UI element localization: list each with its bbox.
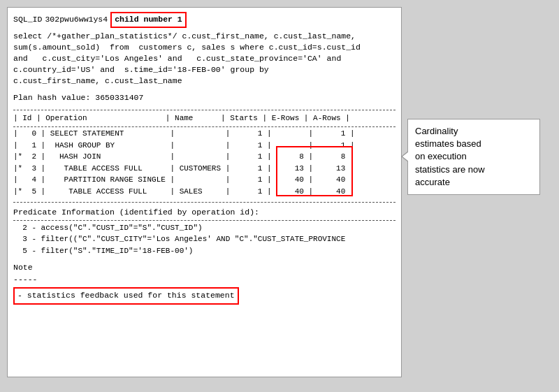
sql-id-label: SQL_ID [13,14,42,26]
callout-line4: statistics are now [415,164,485,175]
plan-rows-wrapper: | 0 | SELECT STATEMENT | | 1 | | 1 | | 1… [13,128,354,200]
separator-2 [13,126,395,127]
predicate-lines: 2 - access("C"."CUST_ID"="S"."CUST_ID") … [13,222,395,257]
sql-id-value: 302pwu6ww1ys4 [45,14,108,26]
separator-3 [13,202,395,203]
plan-rows: | 0 | SELECT STATEMENT | | 1 | | 1 | | 1… [13,128,354,197]
callout-line1: Cardinality [415,126,458,136]
callout-container: Cardinality estimates based on execution… [407,119,547,195]
sql-query: select /*+gather_plan_statistics*/ c.cus… [13,31,395,87]
plan-hash: Plan hash value: 3650331407 [13,92,395,104]
predicate-section: Predicate Information (identified by ope… [13,207,395,256]
separator-4 [13,220,395,221]
predicate-title: Predicate Information (identified by ope… [13,207,395,219]
note-footer-box: - statistics feedback used for this stat… [13,287,239,305]
plan-table-header: | Id | Operation | Name | Starts | E-Row… [13,112,395,124]
child-number-box: child number 1 [110,12,187,28]
callout-line5: accurate [415,177,450,187]
note-separator: ----- [13,274,395,286]
callout-line2: estimates based [415,138,481,149]
callout-line3: on execution [415,151,467,161]
main-panel: SQL_ID 302pwu6ww1ys4 child number 1 sele… [7,7,402,377]
page-container: SQL_ID 302pwu6ww1ys4 child number 1 sele… [0,0,559,392]
sql-id-line: SQL_ID 302pwu6ww1ys4 child number 1 [13,12,395,28]
note-section: Note ----- - statistics feedback used fo… [13,262,395,304]
note-title: Note [13,262,395,274]
separator-1 [13,110,395,110]
callout-box: Cardinality estimates based on execution… [407,119,540,195]
callout-text: Cardinality estimates based on execution… [415,126,485,187]
